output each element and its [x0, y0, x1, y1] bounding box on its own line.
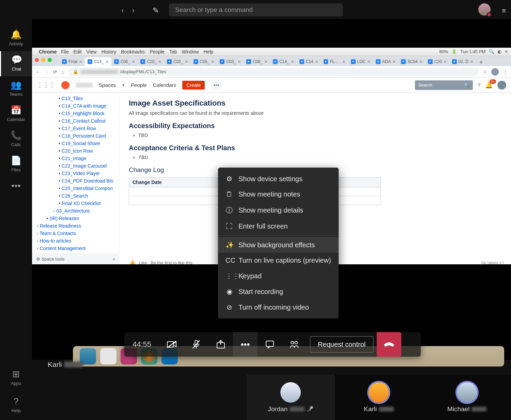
close-tab-icon[interactable]: ✕: [158, 60, 161, 64]
share-button[interactable]: [208, 332, 233, 357]
participant-tile[interactable]: Michael: [423, 375, 511, 420]
back-button[interactable]: ‹: [121, 6, 124, 15]
menu-item[interactable]: ⛶Enter full screen: [218, 219, 339, 234]
browser-tab[interactable]: ✦SC04✕: [398, 57, 425, 66]
browser-tab[interactable]: ✦C05_✕: [191, 57, 217, 66]
chrome-reload[interactable]: ⟳: [53, 69, 57, 75]
tree-section[interactable]: Team & Contacts: [35, 230, 116, 237]
participant-tile[interactable]: Jordan🎤̸: [247, 375, 335, 420]
browser-tab[interactable]: ✦C20_✕: [138, 57, 164, 66]
tree-page[interactable]: C16_Contact Callout: [35, 117, 116, 125]
collapse-sidebar-icon[interactable]: «: [113, 256, 115, 262]
close-tab-icon[interactable]: ✕: [367, 60, 370, 64]
rail-calls[interactable]: 📞Calls: [0, 127, 32, 152]
menu-edit[interactable]: Edit: [73, 49, 81, 55]
more-actions-button[interactable]: •••: [233, 332, 258, 357]
menu-item[interactable]: ◉Start recording: [218, 284, 339, 299]
rail-files[interactable]: 📄Files: [0, 152, 32, 177]
tree-arch[interactable]: 03_Architecture: [35, 207, 116, 215]
browser-tab[interactable]: ✦LOC✕: [348, 57, 373, 66]
menu-history[interactable]: History: [102, 49, 117, 55]
nav-calendars[interactable]: Calendars: [153, 82, 176, 88]
close-tab-icon[interactable]: ✕: [264, 60, 267, 64]
close-tab-icon[interactable]: ✕: [79, 60, 82, 64]
space-logo[interactable]: [61, 81, 69, 89]
rail-calendar[interactable]: 📅Calendar: [0, 102, 32, 127]
browser-tab[interactable]: ✦ADA✕: [373, 57, 398, 66]
browser-tab[interactable]: ✦C20✕: [425, 57, 449, 66]
tree-page[interactable]: C21_Image: [35, 155, 116, 162]
like-button[interactable]: Like: [139, 260, 147, 264]
menu-item[interactable]: CCTurn on live captions (preview): [218, 253, 339, 268]
chrome-menu[interactable]: ⋮: [503, 69, 508, 75]
browser-tab[interactable]: ✦C08_✕: [244, 57, 270, 66]
browser-tab[interactable]: ✦02. D✕: [449, 57, 476, 66]
app-switcher-icon[interactable]: ⋮⋮⋮: [37, 81, 55, 89]
compose-icon[interactable]: ✎: [153, 6, 159, 15]
mic-toggle[interactable]: [184, 332, 208, 357]
menu-tab[interactable]: Tab: [169, 49, 177, 55]
tree-page[interactable]: C22_Image Carousel: [35, 162, 116, 170]
rail-teams[interactable]: 👥Teams: [0, 76, 32, 102]
tree-section[interactable]: Release Readiness: [35, 222, 116, 230]
create-more[interactable]: •••: [211, 80, 222, 90]
tree-section[interactable]: Content Management: [35, 245, 116, 252]
thumb-icon[interactable]: 👍: [129, 260, 136, 264]
active-app[interactable]: Chrome: [39, 49, 57, 55]
tree-page[interactable]: C18_Persistent Card: [35, 132, 116, 140]
chrome-avatar[interactable]: [491, 68, 499, 76]
browser-tab[interactable]: ✦C14_✕: [270, 57, 297, 66]
rail-chat[interactable]: 💬Chat: [0, 51, 32, 76]
conf-avatar[interactable]: [497, 81, 506, 90]
browser-tab[interactable]: ✦FLAG✕: [321, 57, 348, 66]
page-tree[interactable]: C13_TilesC14_CTA with ImageC15_Highlight…: [32, 93, 119, 264]
participants-button[interactable]: [282, 332, 307, 357]
menu-item[interactable]: ⊘Turn off incoming video: [218, 299, 339, 315]
browser-tab[interactable]: ✦C13_✕: [85, 57, 111, 66]
camera-toggle[interactable]: [159, 332, 184, 357]
no-labels[interactable]: No labels 🏷: [481, 261, 504, 265]
menu-help[interactable]: Help: [203, 49, 213, 55]
close-tab-icon[interactable]: ✕: [342, 60, 345, 64]
request-control-button[interactable]: Request control: [310, 336, 373, 353]
menu-people[interactable]: People: [150, 49, 165, 55]
close-tab-icon[interactable]: ✕: [185, 60, 188, 64]
close-tab-icon[interactable]: ✕: [238, 60, 241, 64]
close-tab-icon[interactable]: ✕: [392, 60, 396, 64]
menu-item[interactable]: ⚙Show device settings: [218, 171, 339, 187]
close-tab-icon[interactable]: ✕: [315, 60, 318, 64]
tree-page[interactable]: C23_Video Player: [35, 170, 116, 177]
tree-page[interactable]: C25_Interstitial Compon: [35, 185, 116, 192]
help-icon[interactable]: ?: [478, 82, 480, 88]
tree-ir[interactable]: (IR) Releases: [35, 215, 116, 222]
chrome-home[interactable]: ⌂: [61, 69, 64, 75]
chrome-window-controls[interactable]: [35, 58, 52, 62]
rail-more[interactable]: •••: [0, 177, 32, 197]
nav-people[interactable]: People: [131, 82, 147, 88]
close-tab-icon[interactable]: ✕: [470, 60, 473, 64]
menu-icon[interactable]: ≡: [502, 7, 506, 15]
tree-section[interactable]: How-to articles: [35, 237, 116, 245]
command-search[interactable]: Search or type a command: [169, 3, 343, 16]
tree-page[interactable]: C19_Social Share: [35, 140, 116, 147]
menu-window[interactable]: Window: [182, 49, 199, 55]
browser-tab[interactable]: ✦C06_✕: [111, 57, 138, 66]
menu-file[interactable]: File: [61, 49, 69, 55]
forward-button[interactable]: ›: [132, 6, 134, 15]
create-button[interactable]: Create: [182, 81, 205, 90]
chrome-forward[interactable]: →: [44, 69, 49, 75]
tree-page[interactable]: C14_CTA with Image: [35, 102, 116, 110]
close-tab-icon[interactable]: ✕: [211, 60, 214, 64]
close-tab-icon[interactable]: ✕: [419, 60, 422, 64]
siri-icon[interactable]: ◐: [498, 49, 501, 54]
browser-tab[interactable]: ✦C14✕: [297, 57, 321, 66]
browser-tab[interactable]: ✦C02_✕: [164, 57, 191, 66]
tree-page[interactable]: C17_Event Row: [35, 125, 116, 132]
close-tab-icon[interactable]: ✕: [132, 60, 135, 64]
close-tab-icon[interactable]: ✕: [106, 60, 109, 64]
address-bar[interactable]: 🔒 /display/FML/C13_Tiles: [68, 68, 479, 76]
menu-item[interactable]: ⋮⋮⋮Keypad: [218, 268, 339, 284]
notif-badge[interactable]: 🔔9+: [485, 81, 493, 89]
space-tools[interactable]: ⚙ Space tools «: [32, 253, 119, 264]
menu-item[interactable]: ⓘShow meeting details: [218, 202, 339, 219]
